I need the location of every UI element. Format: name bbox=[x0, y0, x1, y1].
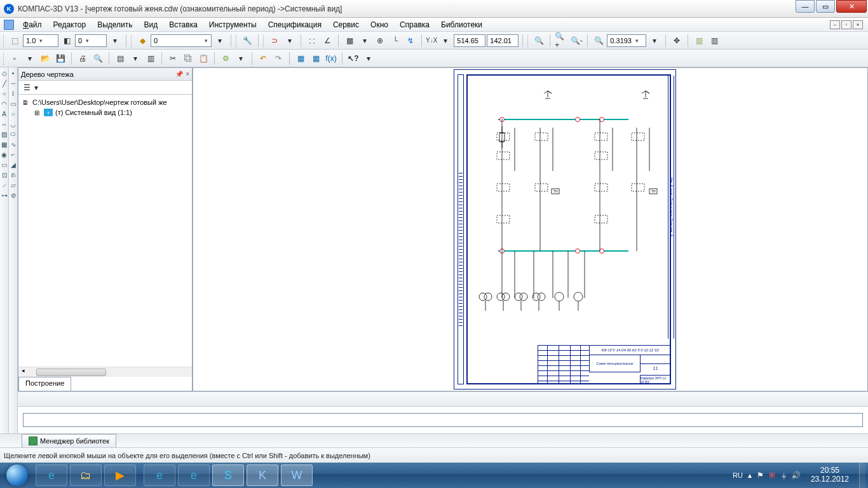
variables-icon[interactable]: f(x) bbox=[324, 51, 338, 65]
redo-icon[interactable]: ↷ bbox=[271, 51, 285, 65]
hatch-tool-icon[interactable]: ▨ bbox=[1, 130, 8, 139]
style-index-combo[interactable]: 0▾ bbox=[75, 34, 107, 47]
taskbar-explorer-icon[interactable]: 🗂 bbox=[70, 464, 102, 486]
edit-tool-icon[interactable]: ▭ bbox=[1, 160, 8, 169]
window-minimize-button[interactable]: — bbox=[796, 0, 815, 13]
tray-shield-icon[interactable]: ⛨ bbox=[769, 471, 776, 480]
zoom-window-icon[interactable]: 🔍 bbox=[532, 34, 546, 48]
coord-y-readout[interactable]: 142.01 bbox=[487, 34, 519, 47]
wrench-icon[interactable]: 🔧 bbox=[240, 34, 254, 48]
layer-dd-icon[interactable]: ▾ bbox=[213, 34, 227, 48]
pan-icon[interactable]: ✥ bbox=[670, 34, 684, 48]
tree-h-scrollbar[interactable]: ◂ bbox=[18, 367, 192, 377]
taskbar-ie2-icon[interactable]: e bbox=[144, 464, 175, 486]
style-dd-icon[interactable]: ▾ bbox=[108, 34, 122, 48]
help-dd-icon[interactable]: ▾ bbox=[362, 51, 376, 65]
command-input[interactable] bbox=[23, 413, 863, 427]
window-maximize-button[interactable]: ▭ bbox=[816, 0, 835, 13]
magnet-dd-icon[interactable]: ▾ bbox=[283, 34, 297, 48]
grid-dd-icon[interactable]: ▾ bbox=[358, 34, 372, 48]
tree-mode-dd-icon[interactable]: ▾ bbox=[32, 82, 40, 93]
bom-dd-icon[interactable]: ▾ bbox=[128, 51, 142, 65]
rect-tool-icon[interactable]: ▭ bbox=[10, 99, 17, 108]
geom-icon[interactable]: ◇ bbox=[1, 69, 8, 78]
manager1-icon[interactable]: ▦ bbox=[294, 51, 308, 65]
paste-icon[interactable]: 📋 bbox=[196, 51, 210, 65]
print-icon[interactable]: 🖨 bbox=[76, 51, 90, 65]
show-desktop-button[interactable] bbox=[859, 463, 865, 488]
symbol-tool-icon[interactable]: ◉ bbox=[1, 150, 8, 159]
help-icon[interactable]: ↖? bbox=[346, 51, 360, 65]
copy-icon[interactable]: ⿻ bbox=[181, 51, 195, 65]
layer-icon[interactable]: ◆ bbox=[135, 34, 149, 48]
point-tool-icon[interactable]: • bbox=[10, 69, 17, 78]
views-icon[interactable]: ▥ bbox=[692, 34, 706, 48]
tray-lang[interactable]: RU bbox=[733, 471, 743, 479]
mdi-restore-button[interactable]: ▫ bbox=[841, 20, 851, 29]
menu-libs[interactable]: Библиотеки bbox=[436, 19, 487, 30]
snap-icon[interactable]: ⬚ bbox=[8, 34, 22, 48]
contour-tool-icon[interactable]: ▱ bbox=[10, 180, 17, 189]
param-tool-icon[interactable]: ⊡ bbox=[1, 170, 8, 179]
segment-tool-icon[interactable]: ─ bbox=[10, 79, 17, 88]
menu-spec[interactable]: Спецификация bbox=[263, 19, 327, 30]
menu-service[interactable]: Сервис bbox=[328, 19, 364, 30]
circle-tool-icon[interactable]: ○ bbox=[1, 89, 8, 98]
arc-tool-icon[interactable]: ◠ bbox=[1, 99, 8, 108]
menu-select[interactable]: Выделить bbox=[92, 19, 137, 30]
offset-tool-icon[interactable]: ⫙ bbox=[10, 170, 17, 179]
fillet-tool-icon[interactable]: ⌐ bbox=[10, 150, 17, 159]
new-icon[interactable]: ▫ bbox=[8, 51, 22, 65]
style-stepper-icon[interactable]: ◧ bbox=[60, 34, 74, 48]
open-icon[interactable]: 📂 bbox=[38, 51, 52, 65]
line-tool-icon[interactable]: ╱ bbox=[1, 79, 8, 88]
circle2-tool-icon[interactable]: ○ bbox=[10, 109, 17, 118]
chamfer-tool-icon[interactable]: ◢ bbox=[10, 160, 17, 169]
taskbar-skype-icon[interactable]: S bbox=[212, 464, 244, 486]
preview-icon[interactable]: 🔍 bbox=[91, 51, 105, 65]
text-tool-icon[interactable]: A bbox=[1, 109, 8, 118]
tree-tab-build[interactable]: Построение bbox=[18, 377, 71, 391]
taskbar-ie-pinned-icon[interactable]: e bbox=[36, 464, 67, 486]
taskbar-ie3-icon[interactable]: e bbox=[178, 464, 210, 486]
ortho-icon[interactable]: └ bbox=[388, 34, 402, 48]
break-tool-icon[interactable]: ⊘ bbox=[10, 191, 17, 200]
angle-icon[interactable]: ∠ bbox=[320, 34, 334, 48]
spline-tool-icon[interactable]: ∿ bbox=[10, 140, 17, 149]
tray-network-icon[interactable]: ⏚ bbox=[782, 471, 786, 480]
library-manager-tab[interactable]: Менеджер библиотек bbox=[22, 434, 116, 447]
arc2-tool-icon[interactable]: ◡ bbox=[10, 119, 17, 128]
grid-dots-icon[interactable]: ⸬ bbox=[305, 34, 319, 48]
taskbar-wmp-icon[interactable]: ▶ bbox=[104, 464, 136, 486]
bom-icon[interactable]: ▤ bbox=[113, 51, 127, 65]
properties-icon[interactable]: ⚙ bbox=[219, 51, 233, 65]
ellipse-tool-icon[interactable]: ⬭ bbox=[10, 130, 17, 139]
window-close-button[interactable]: ✕ bbox=[836, 0, 867, 13]
tree-root-item[interactable]: 🗎 C:\Users\User\Desktop\чертеж готовый ж… bbox=[21, 97, 189, 107]
taskbar-kompas-icon[interactable]: K bbox=[247, 464, 278, 486]
undo-icon[interactable]: ↶ bbox=[256, 51, 270, 65]
measure-tool-icon[interactable]: ⟋ bbox=[1, 180, 8, 189]
bom2-icon[interactable]: ▥ bbox=[144, 51, 158, 65]
menu-tools[interactable]: Инструменты bbox=[204, 19, 262, 30]
layer-combo[interactable]: 0▾ bbox=[151, 34, 212, 47]
grid-icon[interactable]: ▦ bbox=[342, 34, 356, 48]
mdi-minimize-button[interactable]: – bbox=[830, 20, 840, 29]
dim-tool-icon[interactable]: ↔ bbox=[1, 119, 8, 128]
polyline-tool-icon[interactable]: ⌇ bbox=[10, 89, 17, 98]
tree-view-item[interactable]: ⊞ т (т) Системный вид (1:1) bbox=[21, 107, 189, 118]
line-weight-combo[interactable]: 1.0▾ bbox=[23, 34, 58, 47]
menubar-app-icon[interactable] bbox=[4, 20, 14, 30]
taskbar-word-icon[interactable]: W bbox=[281, 464, 313, 486]
tree-mode-icon[interactable]: ☰ bbox=[21, 82, 32, 93]
tray-volume-icon[interactable]: 🔊 bbox=[791, 471, 801, 480]
zoom-fit-icon[interactable]: 🔍 bbox=[592, 34, 606, 48]
states-icon[interactable]: ▥ bbox=[707, 34, 721, 48]
new-dd-icon[interactable]: ▾ bbox=[23, 51, 37, 65]
plus-icon[interactable]: ⊞ bbox=[32, 108, 41, 117]
zoom-out-icon[interactable]: 🔍- bbox=[569, 34, 583, 48]
magnet-icon[interactable]: ⊃ bbox=[268, 34, 281, 48]
cut-icon[interactable]: ✂ bbox=[166, 51, 180, 65]
manager2-icon[interactable]: ▦ bbox=[309, 51, 323, 65]
tree-close-icon[interactable]: × bbox=[186, 71, 189, 78]
